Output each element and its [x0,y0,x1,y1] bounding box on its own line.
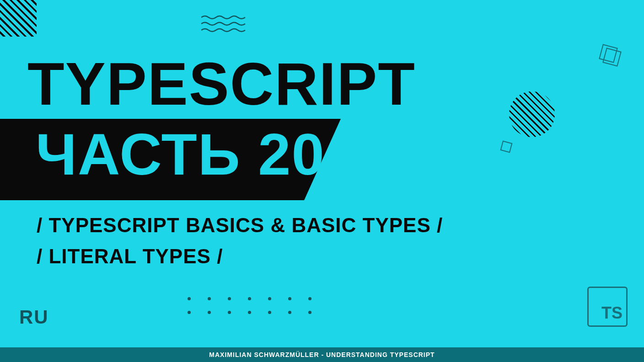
subtitle-line-2: / LITERAL TYPES / [37,245,223,268]
circle-lines-icon [509,91,555,137]
footer-credit: MAXIMILIAN SCHWARZMÜLLER - UNDERSTANDING… [0,347,644,362]
logo-text: TS [601,303,623,323]
waves-icon [201,15,247,37]
slide-canvas: TYPESCRIPT ЧАСТЬ 20 / TYPESCRIPT BASICS … [0,0,644,347]
typescript-logo: TS [587,287,628,327]
diagonal-lines-icon [0,0,37,37]
part-text: ЧАСТЬ 20 [36,121,325,188]
main-title: TYPESCRIPT [27,49,416,118]
subtitle-line-1: / TYPESCRIPT BASICS & BASIC TYPES / [37,214,443,237]
language-label: RU [19,306,49,328]
dot-grid-icon [188,297,328,325]
